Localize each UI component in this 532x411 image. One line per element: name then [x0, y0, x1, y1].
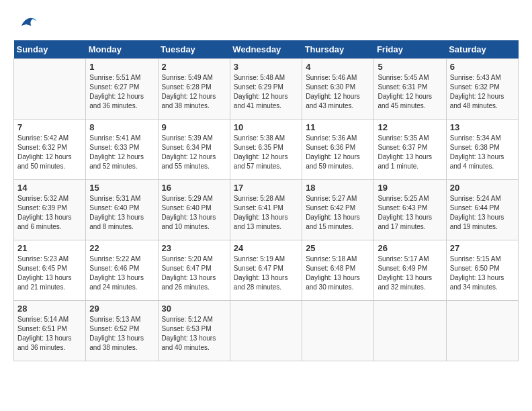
calendar-cell: 16Sunrise: 5:29 AM Sunset: 6:40 PM Dayli…: [158, 180, 230, 240]
day-info: Sunrise: 5:41 AM Sunset: 6:33 PM Dayligh…: [89, 134, 154, 171]
day-info: Sunrise: 5:48 AM Sunset: 6:29 PM Dayligh…: [234, 73, 298, 111]
day-number: 2: [162, 62, 226, 72]
header-day-sunday: Sunday: [14, 40, 86, 59]
day-number: 22: [89, 243, 154, 253]
week-row-1: 1Sunrise: 5:51 AM Sunset: 6:27 PM Daylig…: [14, 59, 519, 120]
calendar-header: SundayMondayTuesdayWednesdayThursdayFrid…: [14, 40, 519, 59]
calendar-cell: [374, 301, 446, 361]
calendar-cell: 17Sunrise: 5:28 AM Sunset: 6:41 PM Dayli…: [230, 180, 302, 240]
header-day-thursday: Thursday: [302, 40, 374, 59]
calendar-cell: 11Sunrise: 5:36 AM Sunset: 6:36 PM Dayli…: [302, 120, 374, 180]
day-number: 11: [306, 122, 370, 132]
day-number: 9: [162, 122, 226, 132]
calendar-cell: 15Sunrise: 5:31 AM Sunset: 6:40 PM Dayli…: [86, 180, 158, 240]
day-info: Sunrise: 5:28 AM Sunset: 6:41 PM Dayligh…: [234, 194, 298, 232]
day-info: Sunrise: 5:17 AM Sunset: 6:49 PM Dayligh…: [378, 255, 442, 292]
day-info: Sunrise: 5:31 AM Sunset: 6:40 PM Dayligh…: [89, 194, 154, 232]
day-info: Sunrise: 5:36 AM Sunset: 6:36 PM Dayligh…: [306, 134, 370, 171]
calendar-table: SundayMondayTuesdayWednesdayThursdayFrid…: [13, 40, 519, 361]
calendar-cell: 20Sunrise: 5:24 AM Sunset: 6:44 PM Dayli…: [446, 180, 518, 240]
day-number: 5: [378, 62, 442, 72]
day-number: 3: [234, 62, 298, 72]
day-info: Sunrise: 5:15 AM Sunset: 6:50 PM Dayligh…: [450, 255, 515, 292]
calendar-cell: 30Sunrise: 5:12 AM Sunset: 6:53 PM Dayli…: [158, 301, 230, 361]
day-number: 17: [234, 183, 298, 193]
day-number: 8: [89, 122, 154, 132]
day-info: Sunrise: 5:45 AM Sunset: 6:31 PM Dayligh…: [378, 73, 442, 111]
calendar-cell: 10Sunrise: 5:38 AM Sunset: 6:35 PM Dayli…: [230, 120, 302, 180]
calendar-cell: 21Sunrise: 5:23 AM Sunset: 6:45 PM Dayli…: [14, 240, 86, 301]
calendar-cell: 7Sunrise: 5:42 AM Sunset: 6:32 PM Daylig…: [14, 120, 86, 180]
day-number: 7: [17, 122, 82, 132]
day-number: 4: [306, 62, 370, 72]
logo: [13, 13, 36, 34]
calendar-cell: 19Sunrise: 5:25 AM Sunset: 6:43 PM Dayli…: [374, 180, 446, 240]
week-row-3: 14Sunrise: 5:32 AM Sunset: 6:39 PM Dayli…: [14, 180, 519, 240]
header-row: SundayMondayTuesdayWednesdayThursdayFrid…: [14, 40, 519, 59]
week-row-5: 28Sunrise: 5:14 AM Sunset: 6:51 PM Dayli…: [14, 301, 519, 361]
day-number: 13: [450, 122, 515, 132]
calendar-cell: 4Sunrise: 5:46 AM Sunset: 6:30 PM Daylig…: [302, 59, 374, 120]
calendar-cell: 2Sunrise: 5:49 AM Sunset: 6:28 PM Daylig…: [158, 59, 230, 120]
calendar-cell: 25Sunrise: 5:18 AM Sunset: 6:48 PM Dayli…: [302, 240, 374, 301]
calendar-cell: [302, 301, 374, 361]
calendar-cell: 22Sunrise: 5:22 AM Sunset: 6:46 PM Dayli…: [86, 240, 158, 301]
header-day-monday: Monday: [86, 40, 158, 59]
calendar-cell: 9Sunrise: 5:39 AM Sunset: 6:34 PM Daylig…: [158, 120, 230, 180]
day-number: 27: [450, 243, 515, 253]
day-number: 25: [306, 243, 370, 253]
day-info: Sunrise: 5:27 AM Sunset: 6:42 PM Dayligh…: [306, 194, 370, 232]
day-info: Sunrise: 5:38 AM Sunset: 6:35 PM Dayligh…: [234, 134, 298, 171]
day-number: 21: [17, 243, 82, 253]
calendar-cell: 8Sunrise: 5:41 AM Sunset: 6:33 PM Daylig…: [86, 120, 158, 180]
calendar-cell: 5Sunrise: 5:45 AM Sunset: 6:31 PM Daylig…: [374, 59, 446, 120]
day-number: 14: [17, 183, 82, 193]
day-number: 6: [450, 62, 515, 72]
calendar-cell: 3Sunrise: 5:48 AM Sunset: 6:29 PM Daylig…: [230, 59, 302, 120]
calendar-cell: [14, 59, 86, 120]
day-info: Sunrise: 5:18 AM Sunset: 6:48 PM Dayligh…: [306, 255, 370, 292]
day-number: 12: [378, 122, 442, 132]
day-number: 20: [450, 183, 515, 193]
page-header: [13, 13, 519, 34]
calendar-cell: 27Sunrise: 5:15 AM Sunset: 6:50 PM Dayli…: [446, 240, 518, 301]
calendar-cell: 13Sunrise: 5:34 AM Sunset: 6:38 PM Dayli…: [446, 120, 518, 180]
day-info: Sunrise: 5:25 AM Sunset: 6:43 PM Dayligh…: [378, 194, 442, 232]
calendar-cell: 23Sunrise: 5:20 AM Sunset: 6:47 PM Dayli…: [158, 240, 230, 301]
day-number: 30: [162, 304, 226, 314]
day-info: Sunrise: 5:23 AM Sunset: 6:45 PM Dayligh…: [17, 255, 82, 292]
calendar-cell: 18Sunrise: 5:27 AM Sunset: 6:42 PM Dayli…: [302, 180, 374, 240]
header-day-wednesday: Wednesday: [230, 40, 302, 59]
header-day-tuesday: Tuesday: [158, 40, 230, 59]
day-number: 23: [162, 243, 226, 253]
day-info: Sunrise: 5:39 AM Sunset: 6:34 PM Dayligh…: [162, 134, 226, 171]
day-number: 18: [306, 183, 370, 193]
day-number: 24: [234, 243, 298, 253]
day-number: 26: [378, 243, 442, 253]
week-row-2: 7Sunrise: 5:42 AM Sunset: 6:32 PM Daylig…: [14, 120, 519, 180]
day-info: Sunrise: 5:32 AM Sunset: 6:39 PM Dayligh…: [17, 194, 82, 232]
calendar-cell: 24Sunrise: 5:19 AM Sunset: 6:47 PM Dayli…: [230, 240, 302, 301]
day-number: 28: [17, 304, 82, 314]
logo-bird-icon: [16, 13, 36, 34]
day-number: 19: [378, 183, 442, 193]
day-info: Sunrise: 5:34 AM Sunset: 6:38 PM Dayligh…: [450, 134, 515, 171]
day-info: Sunrise: 5:20 AM Sunset: 6:47 PM Dayligh…: [162, 255, 226, 292]
day-info: Sunrise: 5:22 AM Sunset: 6:46 PM Dayligh…: [89, 255, 154, 292]
calendar-cell: 26Sunrise: 5:17 AM Sunset: 6:49 PM Dayli…: [374, 240, 446, 301]
day-number: 15: [89, 183, 154, 193]
day-info: Sunrise: 5:43 AM Sunset: 6:32 PM Dayligh…: [450, 73, 515, 111]
calendar-cell: 6Sunrise: 5:43 AM Sunset: 6:32 PM Daylig…: [446, 59, 518, 120]
day-number: 16: [162, 183, 226, 193]
day-info: Sunrise: 5:42 AM Sunset: 6:32 PM Dayligh…: [17, 134, 82, 171]
calendar-cell: 12Sunrise: 5:35 AM Sunset: 6:37 PM Dayli…: [374, 120, 446, 180]
day-number: 10: [234, 122, 298, 132]
day-info: Sunrise: 5:14 AM Sunset: 6:51 PM Dayligh…: [17, 315, 82, 353]
day-info: Sunrise: 5:46 AM Sunset: 6:30 PM Dayligh…: [306, 73, 370, 111]
day-info: Sunrise: 5:12 AM Sunset: 6:53 PM Dayligh…: [162, 315, 226, 353]
calendar-body: 1Sunrise: 5:51 AM Sunset: 6:27 PM Daylig…: [14, 59, 519, 361]
day-info: Sunrise: 5:49 AM Sunset: 6:28 PM Dayligh…: [162, 73, 226, 111]
calendar-cell: 1Sunrise: 5:51 AM Sunset: 6:27 PM Daylig…: [86, 59, 158, 120]
day-info: Sunrise: 5:19 AM Sunset: 6:47 PM Dayligh…: [234, 255, 298, 292]
calendar-cell: 28Sunrise: 5:14 AM Sunset: 6:51 PM Dayli…: [14, 301, 86, 361]
